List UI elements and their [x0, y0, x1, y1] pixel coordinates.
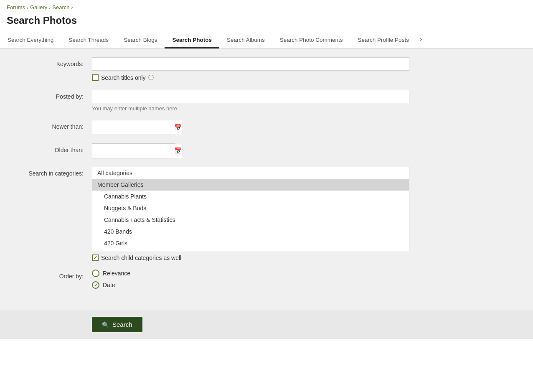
- categories-listbox[interactable]: All categories Member Galleries Cannabis…: [92, 167, 409, 251]
- newer-than-label: Newer than:: [8, 120, 92, 130]
- order-by-control: Relevance Date: [92, 270, 409, 293]
- category-all[interactable]: All categories: [92, 167, 409, 179]
- older-than-calendar-button[interactable]: 📅: [174, 144, 182, 158]
- tab-search-blogs[interactable]: Search Blogs: [116, 33, 165, 48]
- category-cannabis-facts[interactable]: Cannabis Facts & Statistics: [92, 214, 409, 226]
- older-than-label: Older than:: [8, 143, 92, 153]
- breadcrumb-current: Search: [52, 4, 69, 10]
- older-than-date-wrap: 📅: [92, 143, 175, 158]
- order-relevance-label: Relevance: [103, 270, 130, 277]
- posted-by-input[interactable]: [92, 90, 409, 103]
- categories-listbox-wrap: All categories Member Galleries Cannabis…: [92, 167, 409, 251]
- order-relevance-radio[interactable]: [92, 270, 99, 277]
- categories-row: Search in categories: All categories Mem…: [0, 167, 533, 261]
- search-child-categories-row: Search child categories as well: [92, 255, 409, 261]
- search-titles-only-checkbox[interactable]: [92, 74, 99, 81]
- categories-label: Search in categories:: [8, 167, 92, 177]
- tabs-bar: Search Everything Search Threads Search …: [0, 31, 533, 49]
- order-by-label: Order by:: [8, 270, 92, 280]
- breadcrumb: Forums › Gallery › Search ›: [0, 0, 533, 12]
- category-420-girls[interactable]: 420 Girls: [92, 237, 409, 249]
- breadcrumb-forums[interactable]: Forums: [7, 4, 25, 10]
- keywords-input[interactable]: [92, 57, 409, 71]
- category-420-bands[interactable]: 420 Bands: [92, 226, 409, 237]
- breadcrumb-gallery[interactable]: Gallery: [30, 4, 47, 10]
- page-title: Search Photos: [0, 12, 533, 31]
- search-titles-only-row: Search titles only ⓘ: [92, 74, 409, 81]
- search-titles-only-label: Search titles only: [101, 74, 146, 81]
- tabs-next-arrow[interactable]: ›: [416, 31, 425, 48]
- posted-by-control: You may enter multiple names here.: [92, 90, 409, 112]
- tab-search-photos[interactable]: Search Photos: [165, 33, 219, 48]
- tab-search-everything[interactable]: Search Everything: [0, 33, 61, 48]
- newer-than-row: Newer than: 📅: [0, 120, 533, 135]
- order-date-label: Date: [103, 282, 115, 288]
- older-than-control: 📅: [92, 143, 409, 158]
- help-icon[interactable]: ⓘ: [148, 74, 154, 81]
- older-than-row: Older than: 📅: [0, 143, 533, 158]
- main-content: Keywords: Search titles only ⓘ Posted by…: [0, 49, 533, 339]
- search-child-categories-label: Search child categories as well: [101, 255, 181, 261]
- form-area: Keywords: Search titles only ⓘ Posted by…: [0, 49, 533, 310]
- breadcrumb-sep-2: ›: [49, 5, 51, 10]
- newer-than-date-wrap: 📅: [92, 120, 175, 135]
- tab-search-profile-posts[interactable]: Search Profile Posts: [350, 33, 416, 48]
- order-date-row: Date: [92, 281, 409, 289]
- posted-by-hint: You may enter multiple names here.: [92, 105, 409, 112]
- breadcrumb-sep-1: ›: [27, 5, 28, 10]
- order-relevance-row: Relevance: [92, 270, 409, 277]
- category-member-galleries[interactable]: Member Galleries: [92, 179, 409, 191]
- newer-than-control: 📅: [92, 120, 409, 135]
- search-button-label: Search: [112, 321, 132, 328]
- breadcrumb-sep-3: ›: [71, 5, 73, 10]
- older-than-input[interactable]: [92, 145, 174, 157]
- category-cannabis-plants[interactable]: Cannabis Plants: [92, 191, 409, 202]
- search-child-categories-checkbox[interactable]: [92, 255, 99, 261]
- newer-than-input[interactable]: [92, 121, 174, 134]
- keywords-label: Keywords:: [8, 57, 92, 67]
- posted-by-label: Posted by:: [8, 90, 92, 100]
- categories-control: All categories Member Galleries Cannabis…: [92, 167, 409, 261]
- search-button-icon: 🔍: [102, 321, 109, 328]
- footer-bar: 🔍 Search: [0, 310, 533, 339]
- tab-search-photo-comments[interactable]: Search Photo Comments: [272, 33, 350, 48]
- search-button[interactable]: 🔍 Search: [92, 317, 142, 332]
- newer-than-calendar-button[interactable]: 📅: [174, 120, 182, 135]
- keywords-row: Keywords: Search titles only ⓘ: [0, 57, 533, 81]
- tab-search-albums[interactable]: Search Albums: [219, 33, 272, 48]
- keywords-control: Search titles only ⓘ: [92, 57, 409, 81]
- order-date-radio[interactable]: [92, 281, 99, 289]
- posted-by-row: Posted by: You may enter multiple names …: [0, 90, 533, 112]
- tab-search-threads[interactable]: Search Threads: [61, 33, 116, 48]
- category-nuggets-buds[interactable]: Nuggets & Buds: [92, 202, 409, 214]
- category-420-guys[interactable]: 420 Guys: [92, 249, 409, 251]
- order-by-row: Order by: Relevance Date: [0, 270, 533, 293]
